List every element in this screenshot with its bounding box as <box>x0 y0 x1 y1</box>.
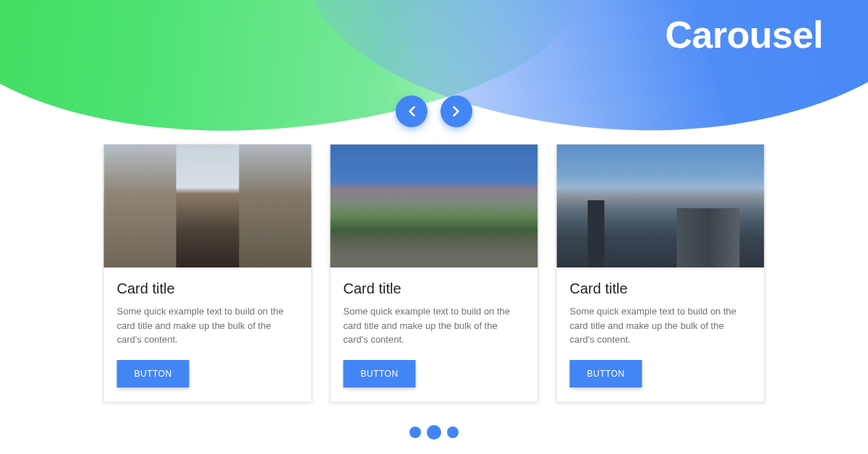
page-title: Carousel <box>665 13 823 56</box>
card-text: Some quick example text to build on the … <box>570 304 752 347</box>
card: Card title Some quick example text to bu… <box>330 144 539 403</box>
card-image <box>104 145 312 267</box>
card-button[interactable]: BUTTON <box>344 360 416 387</box>
card: Card title Some quick example text to bu… <box>556 144 765 403</box>
carousel-nav <box>396 95 472 127</box>
card-body: Card title Some quick example text to bu… <box>104 267 312 402</box>
card-body: Card title Some quick example text to bu… <box>331 267 538 402</box>
card-body: Card title Some quick example text to bu… <box>557 267 765 402</box>
carousel-prev-button[interactable] <box>396 95 427 127</box>
pagination-dot[interactable] <box>447 427 459 438</box>
card-button[interactable]: BUTTON <box>570 360 642 387</box>
card-image <box>557 145 765 267</box>
carousel-pagination <box>409 425 459 440</box>
carousel-next-button[interactable] <box>441 95 472 127</box>
card-image <box>331 145 538 267</box>
card-button[interactable]: BUTTON <box>117 360 190 387</box>
card-title: Card title <box>344 280 525 297</box>
card-text: Some quick example text to build on the … <box>117 304 299 347</box>
pagination-dot[interactable] <box>409 427 421 438</box>
card: Card title Some quick example text to bu… <box>103 144 312 403</box>
card-title: Card title <box>117 280 299 297</box>
card-title: Card title <box>570 280 752 297</box>
pagination-dot-active[interactable] <box>427 425 441 440</box>
card-text: Some quick example text to build on the … <box>344 304 525 347</box>
chevron-left-icon <box>408 106 415 116</box>
chevron-right-icon <box>453 106 460 116</box>
carousel-track: Card title Some quick example text to bu… <box>103 144 765 403</box>
